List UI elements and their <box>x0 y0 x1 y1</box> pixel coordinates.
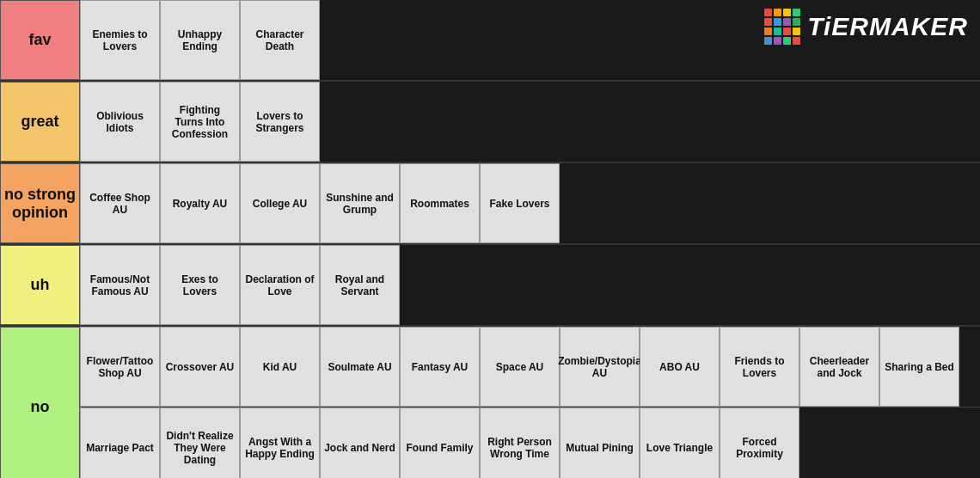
tier-row-uh: uhFamous/Not Famous AUExes to LoversDecl… <box>0 245 980 327</box>
item-card: Angst With a Happy Ending <box>240 408 320 478</box>
tier-subrow-great: Oblivious IdiotsFighting Turns Into Conf… <box>80 82 980 162</box>
tier-label-no-strong-opinion: no strong opinion <box>0 163 80 243</box>
item-card: Marriage Pact <box>80 408 160 478</box>
tier-label-great: great <box>0 82 80 162</box>
item-card: Exes to Lovers <box>160 245 240 325</box>
tier-label-fav: fav <box>0 0 80 80</box>
item-card: Zombie/Dystopia AU <box>560 327 640 407</box>
item-card: Found Family <box>400 408 480 478</box>
tier-subrow-no-1: Marriage PactDidn't Realize They Were Da… <box>80 408 980 478</box>
item-card: Cheerleader and Jock <box>799 327 879 407</box>
item-card: Crossover AU <box>160 327 240 407</box>
tier-label-uh: uh <box>0 245 80 325</box>
item-card: Fighting Turns Into Confession <box>160 82 240 162</box>
item-card: Love Triangle <box>640 408 720 478</box>
maker-part: ERMAKER <box>831 12 968 40</box>
tier-table: favEnemies to LoversUnhappy EndingCharac… <box>0 0 980 478</box>
empty-fill <box>400 245 980 325</box>
tier-label-no: no <box>0 327 80 478</box>
item-card: Friends to Lovers <box>720 327 799 407</box>
empty-fill <box>320 82 980 162</box>
tier-items-great: Oblivious IdiotsFighting Turns Into Conf… <box>80 82 980 162</box>
logo-area: TiERMAKER <box>764 9 968 45</box>
brand-name: TiERMAKER <box>807 12 968 41</box>
logo-cell <box>764 9 772 16</box>
logo-grid <box>764 9 800 45</box>
tier-subrow-uh: Famous/Not Famous AUExes to LoversDeclar… <box>80 245 980 325</box>
item-card: Famous/Not Famous AU <box>80 245 160 325</box>
item-card: Jock and Nerd <box>320 408 400 478</box>
logo-cell <box>764 18 772 26</box>
logo-cell <box>774 28 781 35</box>
logo-cell <box>783 9 791 16</box>
empty-fill <box>959 327 980 407</box>
item-card: Kid AU <box>240 327 320 407</box>
logo-cell <box>793 28 800 35</box>
tier-row-great: greatOblivious IdiotsFighting Turns Into… <box>0 82 980 163</box>
tier-items-no-strong-opinion: Coffee Shop AURoyalty AUCollege AUSunshi… <box>80 163 980 243</box>
logo-cell <box>764 37 772 45</box>
logo-cell <box>774 18 781 26</box>
empty-fill <box>799 408 980 478</box>
item-card: Lovers to Strangers <box>240 82 320 162</box>
item-card: Royal and Servant <box>320 245 400 325</box>
empty-fill <box>560 163 980 243</box>
item-card: Mutual Pining <box>560 408 640 478</box>
item-card: Soulmate AU <box>320 327 400 407</box>
logo-cell <box>774 9 781 16</box>
item-card: Roommates <box>400 163 480 243</box>
item-card: Sunshine and Grump <box>320 163 400 243</box>
item-card: Coffee Shop AU <box>80 163 160 243</box>
tier-part: Ti <box>807 12 831 40</box>
item-card: Didn't Realize They Were Dating <box>160 408 240 478</box>
item-card: Forced Proximity <box>720 408 799 478</box>
tier-items-no: Flower/Tattoo Shop AUCrossover AUKid AUS… <box>80 327 980 478</box>
logo-cell <box>774 37 781 45</box>
item-card: Oblivious Idiots <box>80 82 160 162</box>
logo-cell <box>783 28 791 35</box>
logo-cell <box>793 37 800 45</box>
item-card: College AU <box>240 163 320 243</box>
tier-row-no-strong-opinion: no strong opinionCoffee Shop AURoyalty A… <box>0 163 980 245</box>
item-card: Fake Lovers <box>480 163 560 243</box>
logo-cell <box>793 18 800 26</box>
item-card: Sharing a Bed <box>879 327 959 407</box>
item-card: ABO AU <box>640 327 720 407</box>
tier-subrow-no-strong-opinion: Coffee Shop AURoyalty AUCollege AUSunshi… <box>80 163 980 243</box>
tier-row-no: noFlower/Tattoo Shop AUCrossover AUKid A… <box>0 327 980 478</box>
logo-cell <box>793 9 800 16</box>
item-card: Unhappy Ending <box>160 0 240 80</box>
item-card: Right Person Wrong Time <box>480 408 560 478</box>
item-card: Flower/Tattoo Shop AU <box>80 327 160 407</box>
item-card: Fantasy AU <box>400 327 480 407</box>
tier-items-uh: Famous/Not Famous AUExes to LoversDeclar… <box>80 245 980 325</box>
item-card: Declaration of Love <box>240 245 320 325</box>
item-card: Character Death <box>240 0 320 80</box>
logo-cell <box>783 18 791 26</box>
logo-cell <box>783 37 791 45</box>
tier-subrow-no-0: Flower/Tattoo Shop AUCrossover AUKid AUS… <box>80 327 980 408</box>
item-card: Space AU <box>480 327 560 407</box>
item-card: Royalty AU <box>160 163 240 243</box>
page-wrapper: TiERMAKER favEnemies to LoversUnhappy En… <box>0 0 980 478</box>
item-card: Enemies to Lovers <box>80 0 160 80</box>
logo-cell <box>764 28 772 35</box>
